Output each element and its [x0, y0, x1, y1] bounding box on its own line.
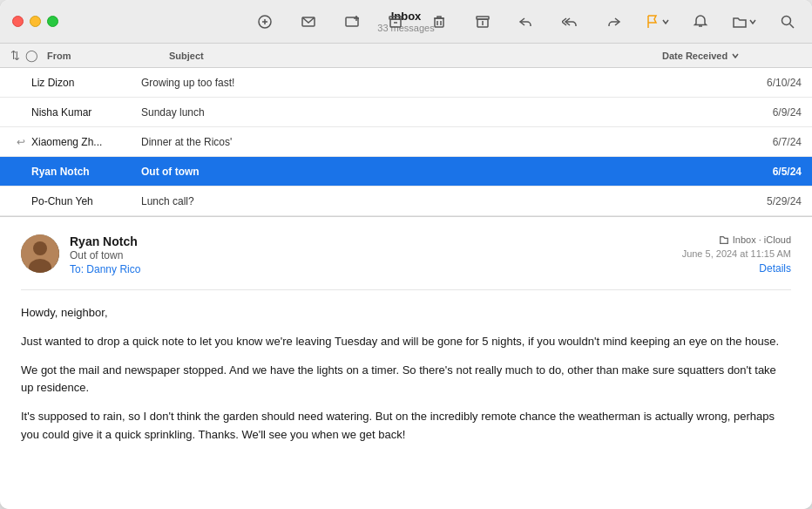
unread-dot: ◯: [25, 49, 38, 62]
svg-point-20: [33, 241, 47, 255]
minimize-button[interactable]: [30, 16, 41, 27]
close-button[interactable]: [12, 16, 24, 27]
row-date: 6/10/24: [714, 77, 802, 89]
svg-rect-10: [435, 18, 443, 27]
search-icon[interactable]: [774, 10, 802, 34]
email-divider: [21, 289, 791, 290]
email-row[interactable]: Nisha Kumar Sunday lunch 6/9/24: [0, 98, 812, 127]
email-body: Howdy, neighbor, Just wanted to drop a q…: [21, 304, 791, 445]
row-indicator: ↩: [10, 136, 31, 148]
sender-name: Ryan Notch: [70, 234, 617, 248]
sort-icon: ⇅: [10, 49, 20, 62]
email-paragraph: Just wanted to drop a quick note to let …: [21, 333, 791, 351]
email-sender-info: Ryan Notch Out of town To: Danny Rico: [70, 234, 617, 275]
move-to-folder-button[interactable]: [730, 10, 758, 34]
compose-new-icon[interactable]: [338, 10, 366, 34]
toolbar: [251, 10, 802, 34]
email-header: Ryan Notch Out of town To: Danny Rico In…: [21, 234, 791, 275]
row-date: 5/29/24: [714, 195, 802, 207]
email-subject: Out of town: [70, 249, 617, 261]
email-meta: Inbox · iCloud June 5, 2024 at 11:15 AM …: [617, 234, 791, 275]
email-view: Ryan Notch Out of town To: Danny Rico In…: [0, 217, 812, 509]
date-column-header[interactable]: Date Received: [662, 51, 802, 61]
row-from: Xiaomeng Zh...: [31, 136, 141, 148]
row-date: 6/5/24: [714, 166, 802, 178]
email-to: To: Danny Rico: [70, 263, 617, 275]
email-row[interactable]: Liz Dizon Growing up too fast! 6/10/24: [0, 68, 812, 98]
email-date: June 5, 2024 at 11:15 AM: [682, 248, 791, 259]
subject-column-header: Subject: [169, 51, 662, 61]
from-column-header[interactable]: From: [47, 51, 169, 61]
details-link[interactable]: Details: [759, 262, 791, 275]
forward-icon[interactable]: [599, 10, 627, 34]
row-from: Liz Dizon: [31, 77, 141, 89]
row-subject: Out of town: [141, 166, 714, 178]
flag-button[interactable]: [643, 10, 671, 34]
maximize-button[interactable]: [47, 16, 58, 27]
email-row[interactable]: Po-Chun Yeh Lunch call? 5/29/24: [0, 187, 812, 216]
avatar: [21, 234, 59, 273]
mail-window: Inbox 33 messages: [0, 0, 812, 509]
email-paragraph: It's supposed to rain, so I don't think …: [21, 408, 791, 445]
row-subject: Growing up too fast!: [141, 77, 714, 89]
email-paragraph: Howdy, neighbor,: [21, 304, 791, 322]
row-subject: Sunday lunch: [141, 106, 714, 119]
row-from: Po-Chun Yeh: [31, 195, 141, 207]
row-date: 6/9/24: [714, 106, 802, 119]
row-from: Ryan Notch: [31, 166, 141, 178]
titlebar: Inbox 33 messages: [0, 0, 812, 44]
compose-email-icon[interactable]: [294, 10, 322, 34]
inbox-label: Inbox · iCloud: [719, 234, 791, 245]
row-subject: Lunch call?: [141, 195, 714, 207]
sort-controls[interactable]: ⇅ ◯: [10, 49, 38, 62]
svg-point-17: [782, 16, 791, 24]
svg-line-18: [790, 24, 795, 28]
compose-note-icon[interactable]: [251, 10, 279, 34]
row-subject: Dinner at the Ricos': [141, 136, 714, 148]
list-header: ⇅ ◯ From Subject Date Received: [0, 44, 812, 68]
reply-icon[interactable]: [512, 10, 540, 34]
email-paragraph: We got the mail and newspaper stopped. A…: [21, 362, 791, 398]
row-date: 6/7/24: [714, 136, 802, 148]
email-row-selected[interactable]: Ryan Notch Out of town 6/5/24: [0, 157, 812, 187]
junk-icon[interactable]: [469, 10, 497, 34]
reply-all-icon[interactable]: [556, 10, 584, 34]
row-from: Nisha Kumar: [31, 106, 141, 119]
delete-icon[interactable]: [425, 10, 453, 34]
notification-icon[interactable]: [687, 10, 714, 34]
traffic-lights: [12, 16, 58, 27]
email-list: Liz Dizon Growing up too fast! 6/10/24 N…: [0, 68, 812, 216]
archive-icon[interactable]: [382, 10, 409, 34]
email-row[interactable]: ↩ Xiaomeng Zh... Dinner at the Ricos' 6/…: [0, 127, 812, 157]
